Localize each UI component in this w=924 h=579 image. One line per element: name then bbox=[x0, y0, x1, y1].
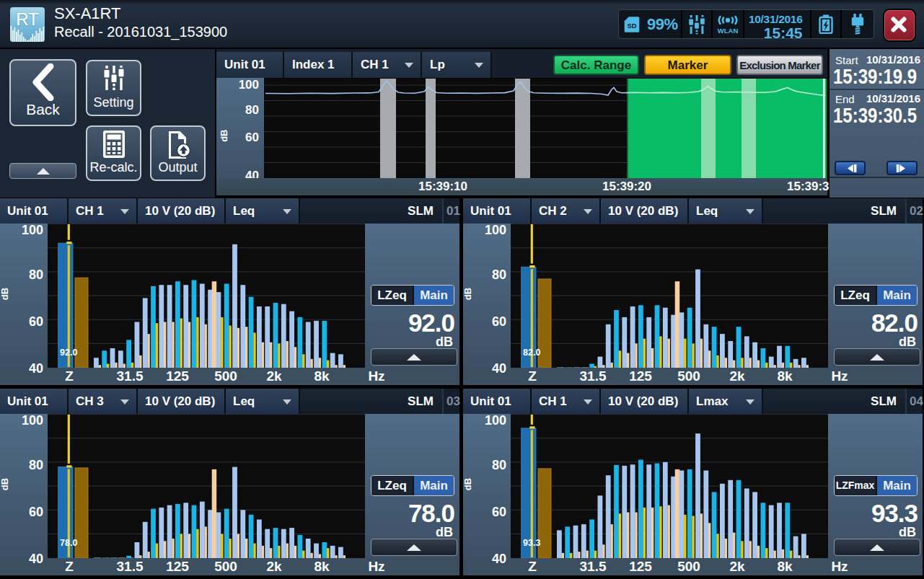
svg-text:82.0: 82.0 bbox=[523, 348, 540, 358]
svg-text:92.0: 92.0 bbox=[60, 348, 77, 358]
svg-text:WLAN: WLAN bbox=[718, 27, 739, 35]
svg-text:SD: SD bbox=[628, 22, 637, 29]
svg-text:93.3: 93.3 bbox=[523, 538, 540, 548]
svg-text:78.0: 78.0 bbox=[60, 538, 77, 548]
